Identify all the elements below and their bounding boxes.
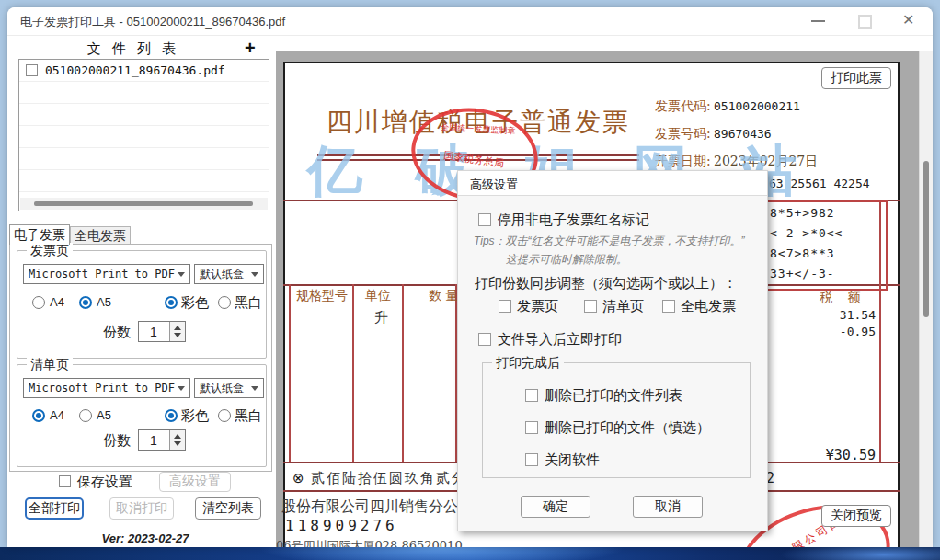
list-tray-value: 默认纸盒 — [200, 381, 244, 396]
cancel-print-button[interactable]: 取消打印 — [109, 497, 174, 520]
stepper-buttons[interactable] — [169, 322, 185, 341]
chevron-down-icon — [178, 272, 185, 277]
sync-fully-digital-label[interactable]: 全电发票 — [681, 298, 736, 315]
list-radio-a4-label[interactable]: A4 — [50, 408, 64, 422]
list-radio-bw[interactable] — [218, 409, 231, 422]
file-list[interactable]: 051002000211_89670436.pdf — [18, 59, 269, 211]
print-this-button[interactable]: 打印此票 — [821, 67, 891, 89]
invoice-tray-select[interactable]: 默认纸盒 — [194, 264, 264, 284]
invoice-radio-a5-label[interactable]: A5 — [97, 295, 111, 309]
desktop-wallpaper-strip — [0, 547, 940, 560]
close-preview-button[interactable]: 关闭预览 — [821, 505, 891, 527]
advanced-settings-button[interactable]: 高级设置 — [159, 472, 231, 492]
scrollbar-thumb[interactable] — [34, 201, 253, 206]
tab-electronic-invoice[interactable]: 电子发票 — [9, 224, 70, 245]
invoice-radio-color[interactable] — [165, 296, 178, 309]
sync-invoice-page-checkbox[interactable] — [499, 300, 511, 313]
column-tax-header: 税 额 — [820, 290, 865, 306]
list-radio-color-label[interactable]: 彩色 — [181, 407, 209, 425]
tax-value: 31.54 — [817, 308, 876, 322]
tax-value: -0.95 — [817, 325, 876, 338]
column-spec-header: 规格型号 — [296, 288, 348, 304]
invoice-radio-a5[interactable] — [79, 296, 92, 309]
delete-printed-files-checkbox[interactable] — [525, 421, 538, 434]
maximize-icon[interactable] — [858, 15, 872, 29]
disable-red-mark-label[interactable]: 停用非电子发票红名标记 — [498, 211, 649, 229]
invoice-copies-value[interactable]: 1 — [139, 325, 168, 339]
save-settings-label[interactable]: 保存设置 — [77, 474, 132, 491]
file-row-empty — [19, 126, 269, 148]
ok-button[interactable]: 确定 — [521, 496, 590, 518]
list-copies-value[interactable]: 1 — [139, 433, 168, 448]
list-printer-select[interactable]: Microsoft Print to PDF — [23, 378, 190, 398]
column-unit-header: 单位 — [365, 288, 391, 304]
disable-red-mark-checkbox[interactable] — [478, 213, 491, 226]
delete-printed-list-checkbox[interactable] — [525, 389, 538, 402]
file-row-empty — [19, 148, 269, 170]
invoice-radio-color-label[interactable]: 彩色 — [181, 294, 209, 312]
tab-fully-digital-invoice[interactable]: 全电发票 — [70, 226, 131, 245]
seller-number: 118909276 — [285, 517, 398, 534]
desktop: 电子发票打印工具 - 051002000211_89670436.pdf ✕ 文… — [0, 0, 940, 560]
close-software-checkbox[interactable] — [525, 453, 538, 466]
after-print-group-legend: 打印完成后 — [492, 355, 564, 371]
cancel-button[interactable]: 取消 — [633, 496, 703, 518]
print-after-import-label[interactable]: 文件导入后立即打印 — [498, 331, 622, 349]
scrollbar-thumb[interactable] — [923, 161, 929, 317]
sync-fully-digital-checkbox[interactable] — [662, 300, 675, 313]
list-copies-stepper[interactable]: 1 — [138, 429, 186, 451]
stepper-up-icon[interactable] — [174, 434, 181, 439]
save-settings-checkbox[interactable] — [59, 475, 71, 487]
seller-address-partial: 06号四川国际大厦028 86520010 — [276, 538, 463, 547]
invoice-radio-a4-label[interactable]: A4 — [50, 295, 64, 309]
add-file-button[interactable]: + — [245, 38, 256, 59]
minimize-icon[interactable] — [811, 20, 825, 22]
invoice-code-value: 051002000211 — [714, 99, 800, 113]
stepper-buttons[interactable] — [169, 430, 185, 450]
print-all-button[interactable]: 全部打印 — [25, 497, 84, 520]
sync-invoice-page-label[interactable]: 发票页 — [517, 298, 558, 315]
sync-list-page-label[interactable]: 清单页 — [602, 298, 644, 315]
advanced-settings-dialog: 高级设置 停用非电子发票红名标记 Tips：双击“红名文件可能不是电子发票，不支… — [457, 170, 768, 531]
tips-line-1: Tips：双击“红名文件可能不是电子发票，不支持打印。” — [474, 234, 745, 249]
file-list-horizontal-scrollbar[interactable] — [20, 198, 268, 210]
sync-list-page-checkbox[interactable] — [584, 300, 597, 313]
file-row[interactable]: 051002000211_89670436.pdf — [19, 60, 269, 82]
stepper-down-icon[interactable] — [174, 441, 181, 446]
list-copies-label: 份数 — [103, 432, 131, 450]
invoice-tray-value: 默认纸盒 — [200, 267, 244, 282]
table-column-line — [289, 284, 291, 462]
close-icon[interactable]: ✕ — [902, 11, 914, 29]
list-radio-a5-label[interactable]: A5 — [97, 408, 111, 422]
file-checkbox[interactable] — [26, 64, 38, 76]
print-after-import-checkbox[interactable] — [478, 333, 491, 346]
app-window: 电子发票打印工具 - 051002000211_89670436.pdf ✕ 文… — [7, 7, 933, 547]
clear-list-button[interactable]: 清空列表 — [195, 497, 261, 520]
list-radio-color[interactable] — [165, 409, 178, 422]
delete-printed-list-label[interactable]: 删除已打印的文件列表 — [545, 387, 682, 405]
list-radio-a4[interactable] — [32, 409, 45, 422]
invoice-copies-label: 份数 — [103, 324, 131, 341]
stepper-down-icon[interactable] — [174, 333, 181, 337]
list-tray-select[interactable]: 默认纸盒 — [194, 378, 264, 398]
tax-total: ¥30.59 — [813, 447, 876, 463]
invoice-copies-stepper[interactable]: 1 — [138, 321, 186, 342]
chevron-down-icon — [251, 386, 258, 391]
circled-x-icon: ⊗ — [292, 470, 304, 486]
list-radio-a5[interactable] — [79, 409, 92, 422]
tips-line-2: 这提示可临时解除限制。 — [506, 252, 627, 268]
delete-printed-files-label[interactable]: 删除已打印的文件（慎选） — [545, 419, 710, 437]
preview-vertical-scrollbar[interactable] — [919, 51, 933, 547]
password-area-box: 8*5+>982 <-2->*0<< 8<7>8**3 33+</-3- — [763, 200, 888, 291]
list-radio-bw-label[interactable]: 黑白 — [235, 407, 262, 425]
table-column-line — [402, 284, 404, 462]
invoice-radio-a4[interactable] — [32, 296, 45, 309]
stepper-up-icon[interactable] — [174, 326, 181, 330]
version-text: Ver: 2023-02-27 — [53, 531, 237, 545]
invoice-radio-bw-label[interactable]: 黑白 — [235, 294, 262, 312]
invoice-radio-bw[interactable] — [218, 296, 231, 309]
password-line: <-2->*0<< — [770, 226, 843, 240]
invoice-printer-select[interactable]: Microsoft Print to PDF — [23, 264, 190, 284]
file-row-empty — [19, 170, 269, 192]
close-software-label[interactable]: 关闭软件 — [545, 451, 600, 469]
